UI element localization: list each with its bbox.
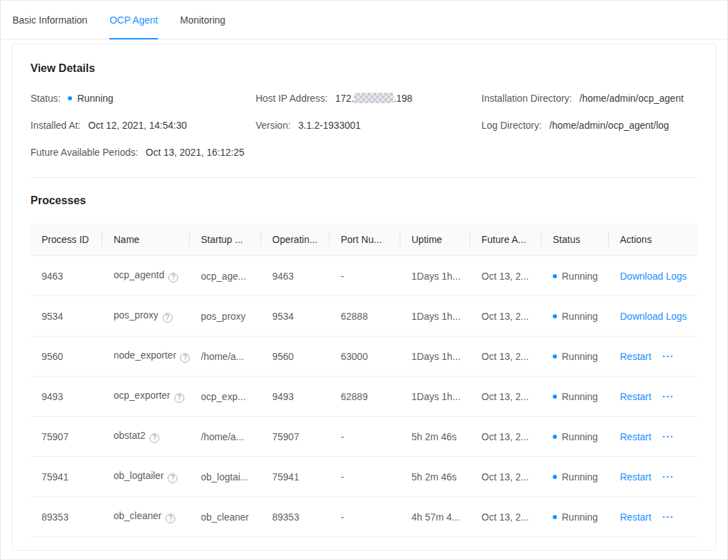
cell-process-id: 9560	[30, 336, 103, 377]
cell-future-available: Oct 13, 2...	[470, 336, 542, 377]
view-details-title: View Details	[30, 62, 698, 75]
cell-status: Running	[542, 377, 609, 417]
ip-suffix: .198	[393, 93, 412, 104]
cell-port-number: -	[330, 457, 400, 497]
cell-status: Running	[542, 457, 609, 497]
cell-operating-pid: 9560	[261, 336, 330, 377]
cell-uptime: 4h 57m 4...	[400, 497, 470, 537]
cell-process-id: 9534	[30, 296, 103, 336]
cell-startup-command: pos_proxy	[190, 296, 261, 336]
help-icon[interactable]: ?	[168, 473, 177, 483]
cell-actions: Restart···	[609, 377, 698, 417]
cell-port-number: 62888	[330, 296, 400, 336]
download-logs-link[interactable]: Download Logs	[620, 311, 687, 322]
cell-future-available: Oct 13, 2...	[470, 457, 542, 497]
more-actions-icon[interactable]: ···	[662, 391, 674, 402]
status-dot-icon	[553, 354, 557, 359]
restart-link[interactable]: Restart	[620, 391, 651, 402]
cell-port-number: -	[330, 417, 400, 457]
cell-operating-pid: 75941	[261, 457, 330, 497]
more-actions-icon[interactable]: ···	[662, 471, 674, 482]
process-name: ocp_exporter	[114, 390, 170, 401]
field-label: Version:	[256, 120, 291, 131]
cell-uptime: 1Days 1h...	[400, 336, 470, 377]
cell-status: Running	[542, 296, 609, 336]
process-row: 9534 pos_proxy? pos_proxy 9534 62888 1Da…	[30, 296, 698, 336]
status-text: Running	[562, 471, 598, 482]
cell-startup-command: ocp_age...	[190, 256, 261, 296]
help-icon[interactable]: ?	[150, 433, 159, 443]
process-table-body: 9463 ocp_agentd? ocp_age... 9463 - 1Days…	[30, 256, 698, 537]
field-value: /home/admin/ocp_agent/log	[549, 120, 669, 131]
more-actions-icon[interactable]: ···	[662, 351, 674, 362]
restart-link[interactable]: Restart	[620, 512, 651, 523]
cell-future-available: Oct 13, 2...	[470, 497, 542, 537]
cell-name: node_exporter?	[103, 336, 190, 377]
cell-name: ocp_agentd?	[103, 256, 190, 296]
cell-process-id: 9493	[30, 377, 103, 417]
cell-actions: Download Logs	[609, 296, 698, 336]
field-label: Future Available Periods:	[30, 147, 138, 158]
cell-future-available: Oct 13, 2...	[470, 296, 542, 336]
cell-uptime: 1Days 1h...	[400, 377, 470, 417]
process-name: ob_cleaner	[114, 510, 161, 521]
restart-link[interactable]: Restart	[620, 351, 651, 362]
help-icon[interactable]: ?	[175, 393, 184, 403]
field-value: Oct 12, 2021, 14:54:30	[88, 120, 186, 131]
processes-title: Processes	[30, 195, 698, 207]
cell-status: Running	[542, 497, 609, 537]
status-text: Running	[562, 391, 598, 402]
cell-startup-command: ob_logtai...	[190, 457, 261, 497]
field-installed-at: Installed At: Oct 12, 2021, 14:54:30	[30, 118, 256, 132]
cell-process-id: 9463	[30, 256, 103, 296]
status-text: Running	[562, 271, 598, 282]
cell-status: Running	[542, 336, 609, 377]
tab-monitoring[interactable]: Monitoring	[180, 1, 225, 39]
process-row: 9463 ocp_agentd? ocp_age... 9463 - 1Days…	[30, 256, 698, 296]
col-uptime: Uptime	[400, 224, 470, 256]
status-dot-icon	[553, 274, 557, 278]
cell-startup-command: ob_cleaner	[190, 497, 261, 537]
field-label: Log Directory:	[481, 120, 542, 131]
cell-operating-pid: 9534	[261, 296, 330, 336]
cell-startup-command: /home/a...	[190, 417, 261, 457]
more-actions-icon[interactable]: ···	[662, 512, 674, 523]
field-value: /home/admin/ocp_agent	[580, 93, 684, 104]
download-logs-link[interactable]: Download Logs	[620, 271, 687, 282]
field-value: 3.1.2-1933001	[298, 120, 360, 131]
help-icon[interactable]: ?	[166, 514, 175, 523]
help-icon[interactable]: ?	[163, 313, 172, 323]
cell-status: Running	[542, 417, 609, 457]
help-icon[interactable]: ?	[180, 353, 190, 363]
cell-operating-pid: 75907	[261, 417, 330, 457]
restart-link[interactable]: Restart	[620, 471, 651, 482]
status-text: Running	[562, 311, 598, 322]
status-dot-icon	[553, 475, 557, 479]
cell-name: pos_proxy?	[103, 296, 190, 336]
field-version: Version: 3.1.2-1933001	[256, 118, 481, 132]
restart-link[interactable]: Restart	[620, 431, 651, 442]
field-label: Installed At:	[30, 120, 80, 131]
content-area: View Details Status: Running Host IP Add…	[1, 39, 727, 560]
cell-operating-pid: 9463	[261, 256, 330, 296]
status-text: Running	[77, 93, 113, 104]
host-ip-value: 172..198	[335, 93, 413, 104]
process-row: 89353 ob_cleaner? ob_cleaner 89353 - 4h …	[30, 497, 698, 537]
col-operating-pid: Operatin...	[261, 224, 330, 256]
col-port-number: Port Nu...	[330, 224, 400, 256]
tab-ocp-agent[interactable]: OCP Agent	[109, 1, 158, 39]
process-row: 9493 ocp_exporter? ocp_exp... 9493 62889…	[30, 377, 698, 417]
cell-port-number: 62889	[330, 377, 400, 417]
cell-port-number: -	[330, 497, 400, 537]
cell-actions: Download Logs	[609, 256, 698, 296]
cell-operating-pid: 9493	[261, 377, 330, 417]
status-dot-icon	[68, 96, 72, 100]
cell-startup-command: ocp_exp...	[190, 377, 261, 417]
status-text: Running	[562, 512, 598, 523]
tab-bar: Basic InformationOCP AgentMonitoring	[1, 1, 727, 39]
more-actions-icon[interactable]: ···	[662, 431, 674, 442]
tab-basic-information[interactable]: Basic Information	[12, 1, 87, 39]
cell-startup-command: /home/a...	[190, 336, 261, 377]
process-row: 75941 ob_logtailer? ob_logtai... 75941 -…	[30, 457, 698, 497]
help-icon[interactable]: ?	[168, 273, 178, 282]
